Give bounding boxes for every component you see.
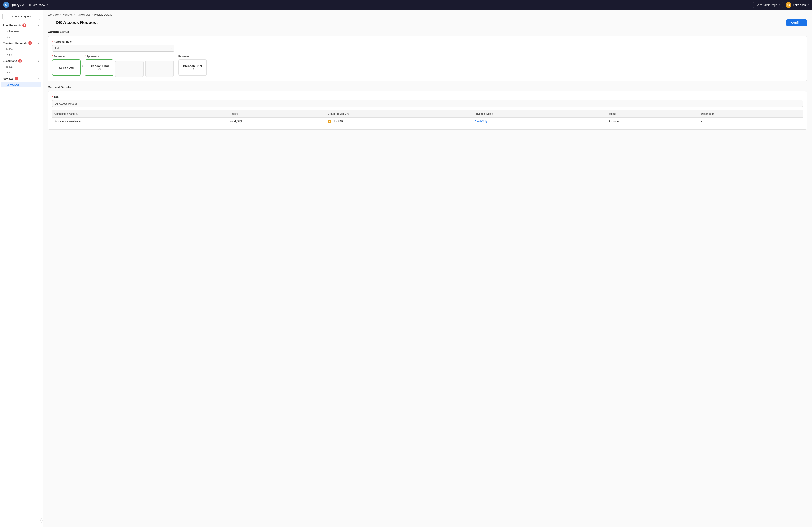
status-value: Approved [609,120,620,123]
request-details-label: Request Details [48,85,807,89]
sidebar-item-sent-done[interactable]: Done [1,34,41,40]
logo-icon: Q [3,2,9,8]
main-content: Workflow › Reviews › All Reviews › Revie… [43,10,812,527]
app-logo: Q QueryPie [3,2,24,8]
approval-rule-select[interactable]: PM ▾ [52,45,174,52]
cell-cloud-provider: ☁ cloudDB [325,117,472,125]
cloud-db-icon: ☁ [328,120,331,123]
received-requests-badge: 1 [28,41,32,45]
sidebar-collapse-button[interactable]: ‹ [40,518,43,523]
user-name: Keira Yoon [793,3,806,6]
privilege-type-value[interactable]: Read-Only [475,120,487,123]
section-label-executions: Executions [3,59,17,62]
sidebar: Submit Request Sent Requests 4 ▲ In Prog… [0,10,43,527]
page-header: ← DB Access Request Confirm [48,19,807,26]
admin-page-button[interactable]: Go to Admin Page ↗ [753,2,783,8]
chevron-down-icon: ▾ [171,47,172,49]
chevron-up-icon: ▲ [38,42,40,44]
chevron-up-icon: ▲ [38,77,40,80]
request-details-card: * Title DB Access Request Connection Nam… [48,91,807,130]
sort-icon[interactable]: ⇅ [492,113,493,115]
cloud-provider-value: cloudDB [333,119,343,123]
approvers-column: * Approvers Brendon Choi +5 [85,55,113,76]
chevron-down-icon: ▾ [808,4,809,6]
sidebar-section-executions[interactable]: Executions 2 ▲ [0,58,43,64]
cell-privilege-type: Read-Only [472,117,606,125]
sidebar-section-reviews[interactable]: Reviews 2 ▲ [0,75,43,82]
chevron-down-icon: ▾ [46,3,48,6]
cell-description: - [699,117,803,125]
reviewer-column: Reviewer Brendon Choi +5 [178,55,207,76]
approver-card-1: Brendon Choi +5 [85,59,113,76]
requester-card: Keira Yoon [52,59,81,76]
executions-badge: 2 [18,59,22,63]
approval-rule-value: PM [55,47,59,50]
col-type: Type ⇅ [228,111,325,117]
sidebar-item-received-done[interactable]: Done [1,52,41,58]
reviewer-extra: +5 [191,68,194,71]
approval-rule-label: Approval Rule [52,40,803,43]
chevron-up-icon: ▲ [38,24,40,27]
approver-card-2 [115,61,144,77]
title-field-label: * Title [52,96,803,99]
current-status-card: Approval Rule PM ▾ * Requester Keira Yoo… [48,36,807,81]
chevron-up-icon: ▲ [38,60,40,62]
sidebar-item-received-todo[interactable]: To Do [1,46,41,52]
sidebar-item-sent-in-progress[interactable]: In Progress [1,29,41,34]
sidebar-section-received-requests[interactable]: Received Requests 1 ▲ [0,40,43,46]
breadcrumb-sep-3: › [92,13,93,16]
breadcrumb-reviews[interactable]: Reviews [63,13,73,16]
sort-icon[interactable]: ⇅ [236,113,238,115]
description-value: - [701,120,702,123]
confirm-button[interactable]: Confirm [786,19,807,26]
connection-name-value: walter-dev-instance [58,120,81,123]
requester-label: * Requester [52,55,81,58]
cell-connection-name: ⊙ walter-dev-instance [52,117,228,125]
col-description: Description [699,111,803,117]
sidebar-item-all-reviews[interactable]: All Reviews [1,82,41,87]
current-status-label: Current Status [48,30,807,33]
reviewer-card: Brendon Choi +5 [178,59,207,76]
page-title: DB Access Request [56,20,98,25]
col-status: Status [606,111,699,117]
breadcrumb-sep-1: › [60,13,61,16]
breadcrumb-current: Review Details [95,13,112,16]
sidebar-section-sent-requests[interactable]: Sent Requests 4 ▲ [0,22,43,28]
sort-icon[interactable]: ⇅ [347,113,349,115]
mysql-icon: ⊶ [230,120,233,123]
breadcrumb-all-reviews[interactable]: All Reviews [77,13,90,16]
reviews-badge: 2 [15,77,18,81]
requester-column: * Requester Keira Yoon [52,55,81,76]
breadcrumb-workflow[interactable]: Workflow [48,13,59,16]
section-label-reviews: Reviews [3,77,13,80]
approver-name: Brendon Choi [90,64,109,68]
sort-icon[interactable]: ⇅ [76,113,77,115]
reviewer-name: Brendon Choi [183,64,202,68]
type-value: MySQL [234,120,242,123]
col-connection-name: Connection Name ⇅ [52,111,228,117]
sidebar-item-executions-done[interactable]: Done [1,70,41,75]
approver-extra: +5 [98,68,101,71]
cell-type: ⊶ MySQL [228,117,325,125]
title-field[interactable]: DB Access Request [52,100,803,107]
approvers-label: * Approvers [85,55,113,58]
people-row: * Requester Keira Yoon › * Approvers Bre… [52,55,803,77]
back-button[interactable]: ← [48,20,54,26]
top-navbar: Q QueryPie ⊞ Workflow ▾ Go to Admin Page… [0,0,812,10]
workflow-icon: ⊞ [29,3,32,6]
requester-name: Keira Yoon [59,66,74,69]
sent-requests-badge: 4 [23,24,26,27]
connection-icon: ⊙ [55,120,57,123]
arrow-right-icon-2: › [175,64,176,68]
approver-card-3 [145,61,174,77]
submit-request-button[interactable]: Submit Request [2,13,40,20]
external-link-icon: ↗ [778,3,781,6]
user-menu[interactable]: KY Keira Yoon ▾ [786,2,809,8]
nav-workflow-label: Workflow [33,3,45,7]
breadcrumb-sep-2: › [74,13,75,16]
sidebar-item-executions-todo[interactable]: To Do [1,64,41,70]
avatar: KY [786,2,792,8]
app-name: QueryPie [11,3,24,7]
section-label-sent: Sent Requests [3,24,21,27]
nav-workflow[interactable]: ⊞ Workflow ▾ [29,3,48,7]
